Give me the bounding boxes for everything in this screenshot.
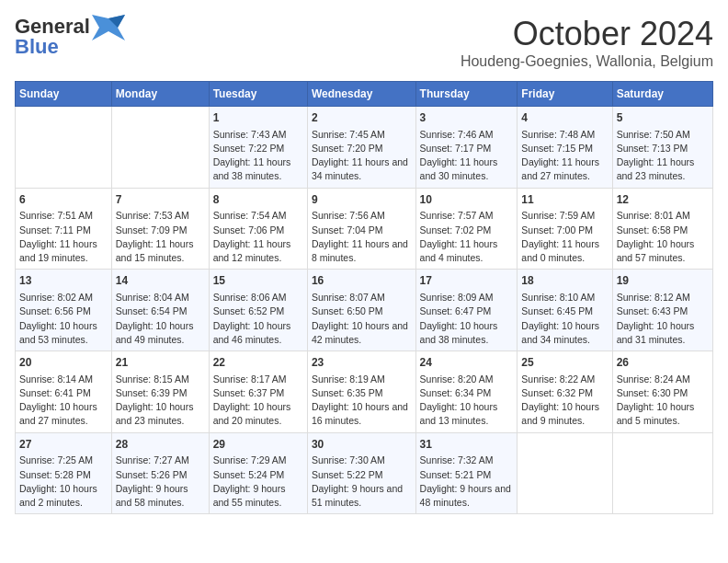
day-number: 8 — [213, 192, 303, 208]
sunset-text: Sunset: 6:47 PM — [420, 304, 514, 318]
daylight-text: Daylight: 11 hours and 4 minutes. — [420, 237, 514, 265]
sunrise-text: Sunrise: 7:30 AM — [312, 454, 412, 467]
day-number: 10 — [420, 192, 514, 208]
weekday-header: Sunday — [16, 82, 112, 107]
cell-info: Sunrise: 8:02 AMSunset: 6:56 PMDaylight:… — [19, 291, 108, 347]
sunset-text: Sunset: 6:37 PM — [213, 386, 303, 400]
day-number: 28 — [116, 437, 205, 453]
cell-info: Sunrise: 7:56 AMSunset: 7:04 PMDaylight:… — [312, 209, 412, 265]
day-number: 13 — [19, 273, 108, 289]
cell-info: Sunrise: 8:01 AMSunset: 6:58 PMDaylight:… — [617, 209, 709, 265]
calendar-cell: 23Sunrise: 8:19 AMSunset: 6:35 PMDayligh… — [307, 351, 415, 433]
day-number: 11 — [521, 192, 608, 208]
calendar-cell: 16Sunrise: 8:07 AMSunset: 6:50 PMDayligh… — [307, 270, 415, 351]
daylight-text: Daylight: 10 hours and 5 minutes. — [617, 400, 709, 428]
day-number: 16 — [312, 273, 412, 289]
cell-info: Sunrise: 8:12 AMSunset: 6:43 PMDaylight:… — [617, 291, 709, 347]
calendar-cell: 20Sunrise: 8:14 AMSunset: 6:41 PMDayligh… — [16, 351, 112, 433]
weekday-header: Tuesday — [209, 82, 307, 107]
sunrise-text: Sunrise: 8:06 AM — [213, 291, 303, 304]
daylight-text: Daylight: 9 hours and 51 minutes. — [312, 482, 412, 510]
daylight-text: Daylight: 10 hours and 27 minutes. — [19, 400, 108, 428]
calendar-cell: 25Sunrise: 8:22 AMSunset: 6:32 PMDayligh… — [518, 351, 612, 433]
day-number: 1 — [213, 110, 303, 126]
day-number: 5 — [617, 110, 709, 126]
sunset-text: Sunset: 6:52 PM — [213, 304, 303, 318]
calendar-cell: 11Sunrise: 7:59 AMSunset: 7:00 PMDayligh… — [518, 188, 612, 270]
calendar-table: SundayMondayTuesdayWednesdayThursdayFrid… — [15, 81, 713, 514]
cell-info: Sunrise: 7:53 AMSunset: 7:09 PMDaylight:… — [116, 209, 205, 265]
calendar-cell: 2Sunrise: 7:45 AMSunset: 7:20 PMDaylight… — [307, 107, 415, 189]
sunset-text: Sunset: 7:04 PM — [312, 224, 412, 237]
sunrise-text: Sunrise: 8:20 AM — [420, 373, 514, 386]
calendar-cell: 12Sunrise: 8:01 AMSunset: 6:58 PMDayligh… — [612, 188, 712, 270]
day-number: 21 — [116, 355, 205, 371]
cell-info: Sunrise: 8:04 AMSunset: 6:54 PMDaylight:… — [116, 291, 205, 347]
sunset-text: Sunset: 6:30 PM — [617, 386, 709, 400]
sunset-text: Sunset: 6:45 PM — [521, 304, 608, 318]
cell-info: Sunrise: 8:10 AMSunset: 6:45 PMDaylight:… — [521, 291, 608, 347]
cell-info: Sunrise: 7:51 AMSunset: 7:11 PMDaylight:… — [19, 209, 108, 265]
day-number: 20 — [19, 355, 108, 371]
daylight-text: Daylight: 11 hours and 15 minutes. — [116, 237, 205, 265]
calendar-cell: 27Sunrise: 7:25 AMSunset: 5:28 PMDayligh… — [16, 432, 112, 514]
day-number: 9 — [312, 192, 412, 208]
calendar-row: 6Sunrise: 7:51 AMSunset: 7:11 PMDaylight… — [16, 188, 713, 270]
daylight-text: Daylight: 9 hours and 55 minutes. — [213, 482, 303, 510]
calendar-cell: 19Sunrise: 8:12 AMSunset: 6:43 PMDayligh… — [612, 270, 712, 351]
calendar-cell: 17Sunrise: 8:09 AMSunset: 6:47 PMDayligh… — [415, 270, 518, 351]
cell-info: Sunrise: 7:29 AMSunset: 5:24 PMDaylight:… — [213, 454, 303, 510]
sunrise-text: Sunrise: 7:48 AM — [521, 128, 608, 142]
weekday-header: Thursday — [415, 82, 518, 107]
sunset-text: Sunset: 7:11 PM — [19, 224, 108, 237]
calendar-cell: 15Sunrise: 8:06 AMSunset: 6:52 PMDayligh… — [209, 270, 307, 351]
daylight-text: Daylight: 9 hours and 48 minutes. — [420, 482, 514, 510]
cell-info: Sunrise: 8:09 AMSunset: 6:47 PMDaylight:… — [420, 291, 514, 347]
daylight-text: Daylight: 10 hours and 9 minutes. — [521, 400, 608, 428]
calendar-cell: 22Sunrise: 8:17 AMSunset: 6:37 PMDayligh… — [209, 351, 307, 433]
sunset-text: Sunset: 7:13 PM — [617, 142, 709, 155]
logo: General Blue — [15, 15, 125, 57]
sunset-text: Sunset: 7:06 PM — [213, 224, 303, 237]
sunrise-text: Sunrise: 7:27 AM — [116, 454, 205, 467]
daylight-text: Daylight: 11 hours and 27 minutes. — [521, 155, 608, 183]
sunrise-text: Sunrise: 7:53 AM — [116, 209, 205, 223]
day-number: 12 — [617, 192, 709, 208]
calendar-row: 20Sunrise: 8:14 AMSunset: 6:41 PMDayligh… — [16, 351, 713, 433]
daylight-text: Daylight: 10 hours and 2 minutes. — [19, 482, 108, 510]
calendar-cell: 31Sunrise: 7:32 AMSunset: 5:21 PMDayligh… — [415, 432, 518, 514]
sunrise-text: Sunrise: 8:14 AM — [19, 373, 108, 386]
logo-bird-icon — [92, 15, 125, 40]
cell-info: Sunrise: 8:24 AMSunset: 6:30 PMDaylight:… — [617, 373, 709, 429]
daylight-text: Daylight: 11 hours and 30 minutes. — [420, 155, 514, 183]
sunset-text: Sunset: 6:56 PM — [19, 304, 108, 318]
cell-info: Sunrise: 7:48 AMSunset: 7:15 PMDaylight:… — [521, 128, 608, 184]
cell-info: Sunrise: 8:07 AMSunset: 6:50 PMDaylight:… — [312, 291, 412, 347]
day-number: 17 — [420, 273, 514, 289]
sunset-text: Sunset: 6:43 PM — [617, 304, 709, 318]
sunset-text: Sunset: 5:22 PM — [312, 468, 412, 482]
calendar-cell: 8Sunrise: 7:54 AMSunset: 7:06 PMDaylight… — [209, 188, 307, 270]
calendar-cell: 1Sunrise: 7:43 AMSunset: 7:22 PMDaylight… — [209, 107, 307, 189]
weekday-header-row: SundayMondayTuesdayWednesdayThursdayFrid… — [16, 82, 713, 107]
calendar-cell — [518, 432, 612, 514]
day-number: 25 — [521, 355, 608, 371]
sunset-text: Sunset: 5:21 PM — [420, 468, 514, 482]
cell-info: Sunrise: 8:14 AMSunset: 6:41 PMDaylight:… — [19, 373, 108, 429]
sunrise-text: Sunrise: 7:29 AM — [213, 454, 303, 467]
cell-info: Sunrise: 7:30 AMSunset: 5:22 PMDaylight:… — [312, 454, 412, 510]
day-number: 3 — [420, 110, 514, 126]
title-block: October 2024 Houdeng-Goegnies, Wallonia,… — [461, 15, 713, 70]
sunset-text: Sunset: 7:02 PM — [420, 224, 514, 237]
sunset-text: Sunset: 6:58 PM — [617, 224, 709, 237]
day-number: 30 — [312, 437, 412, 453]
daylight-text: Daylight: 11 hours and 19 minutes. — [19, 237, 108, 265]
calendar-cell: 4Sunrise: 7:48 AMSunset: 7:15 PMDaylight… — [518, 107, 612, 189]
calendar-cell: 14Sunrise: 8:04 AMSunset: 6:54 PMDayligh… — [111, 270, 209, 351]
calendar-cell: 24Sunrise: 8:20 AMSunset: 6:34 PMDayligh… — [415, 351, 518, 433]
cell-info: Sunrise: 8:17 AMSunset: 6:37 PMDaylight:… — [213, 373, 303, 429]
day-number: 14 — [116, 273, 205, 289]
sunrise-text: Sunrise: 7:50 AM — [617, 128, 709, 142]
cell-info: Sunrise: 7:59 AMSunset: 7:00 PMDaylight:… — [521, 209, 608, 265]
sunrise-text: Sunrise: 8:19 AM — [312, 373, 412, 386]
